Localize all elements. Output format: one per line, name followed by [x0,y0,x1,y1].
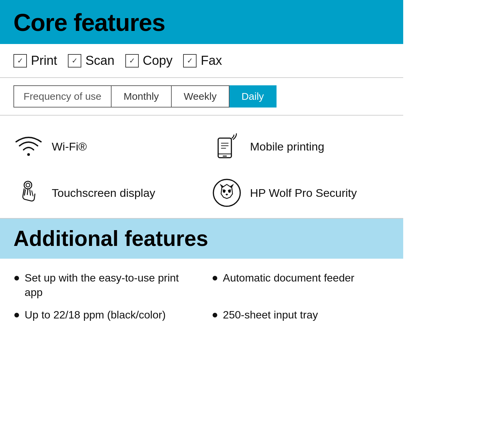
wolf-text: HP Wolf Pro Security [250,186,357,200]
bullet-dot-2: ● [212,271,218,285]
scan-checkbox[interactable]: ✓ Scan [68,53,115,68]
copy-checkbox[interactable]: ✓ Copy [125,53,173,68]
copy-checkbox-box[interactable]: ✓ [125,54,139,68]
svg-point-9 [213,179,240,206]
bullet-tray: ● 250-sheet input tray [212,308,390,322]
mobile-printing-icon [212,132,242,161]
frequency-monthly[interactable]: Monthly [112,85,172,108]
mobile-feature: Mobile printing [212,129,390,164]
bullet-text-3: Up to 22/18 ppm (black/color) [25,308,166,322]
wifi-icon [13,136,44,158]
scan-label: Scan [85,53,115,68]
core-title: Core features [13,9,390,36]
bullet-ppm: ● Up to 22/18 ppm (black/color) [13,308,192,322]
frequency-row: Frequency of use Monthly Weekly Daily [0,78,403,116]
bullet-adf: ● Automatic document feeder [212,271,390,300]
copy-label: Copy [143,53,173,68]
bullet-text-4: 250-sheet input tray [223,308,318,322]
svg-point-0 [27,153,30,156]
fax-label: Fax [201,53,222,68]
fax-checkbox[interactable]: ✓ Fax [183,53,222,68]
bullet-dot-3: ● [13,308,20,322]
print-checkbox[interactable]: ✓ Print [13,53,57,68]
print-label: Print [31,53,57,68]
wifi-feature: Wi-Fi® [13,129,192,164]
wifi-text: Wi-Fi® [52,140,87,153]
core-header: Core features [0,0,403,44]
bullet-dot-4: ● [212,308,218,322]
svg-point-8 [26,183,30,187]
touchscreen-icon [13,179,44,207]
frequency-weekly[interactable]: Weekly [172,85,229,108]
wolf-security-icon [212,178,242,208]
touchscreen-text: Touchscreen display [52,186,155,200]
svg-point-7 [24,181,32,189]
bullets-grid: ● Set up with the easy-to-use print app … [0,259,403,335]
touchscreen-feature: Touchscreen display [13,174,192,211]
bullet-print-app: ● Set up with the easy-to-use print app [13,271,192,300]
scan-checkbox-box[interactable]: ✓ [68,54,81,68]
checkboxes-row: ✓ Print ✓ Scan ✓ Copy ✓ Fax [0,44,403,78]
frequency-daily[interactable]: Daily [229,85,277,108]
fax-checkbox-box[interactable]: ✓ [183,54,197,68]
features-grid: Wi-Fi® Mobile printing [0,116,403,219]
frequency-label: Frequency of use [13,85,112,108]
print-checkbox-box[interactable]: ✓ [13,54,27,68]
mobile-text: Mobile printing [250,140,324,153]
bullet-text-1: Set up with the easy-to-use print app [25,271,192,300]
wolf-feature: HP Wolf Pro Security [212,174,390,211]
bullet-dot-1: ● [13,271,20,285]
additional-title: Additional features [13,227,390,250]
additional-header: Additional features [0,219,403,258]
bullet-text-2: Automatic document feeder [223,271,354,285]
